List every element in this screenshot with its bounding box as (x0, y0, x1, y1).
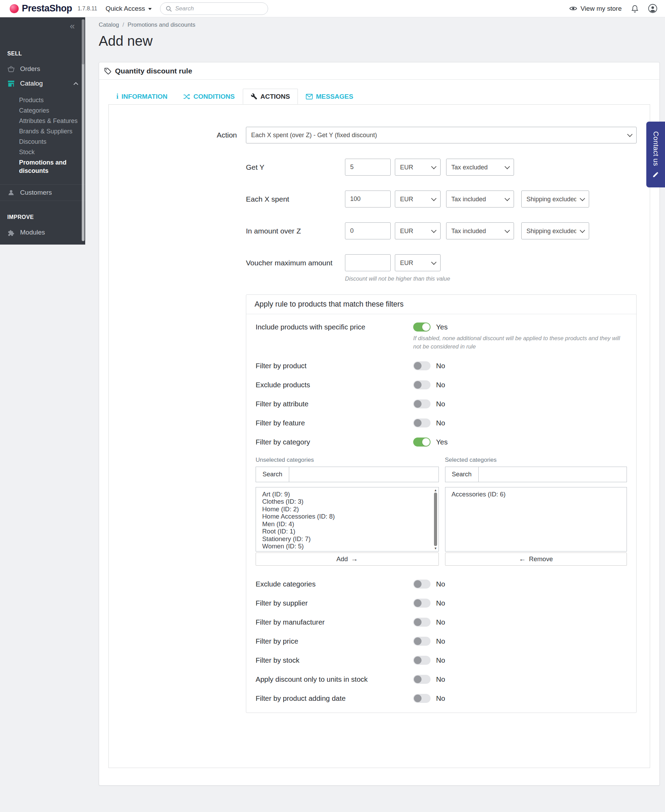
sidebar-item-catalog[interactable]: Catalog (0, 76, 85, 91)
toggle-filter-by-feature[interactable] (413, 418, 431, 428)
tab-information[interactable]: i INFORMATION (108, 89, 175, 104)
over-z-label: In amount over Z (246, 227, 345, 235)
category-option[interactable]: Accessories (ID: 6) (452, 490, 618, 498)
account-icon[interactable] (648, 4, 657, 13)
toggle-filter-by-price[interactable] (413, 637, 431, 646)
selected-categories-items: Accessories (ID: 6) (452, 490, 618, 498)
view-my-store[interactable]: View my store (569, 5, 622, 13)
voucher-max-amount-input[interactable] (345, 254, 391, 271)
over-z-amount-input[interactable] (345, 222, 391, 239)
category-option[interactable]: Women (ID: 5) (262, 543, 429, 550)
toggle-filter-by-category[interactable] (413, 438, 431, 446)
tab-actions[interactable]: ACTIONS (243, 89, 298, 104)
list-scrollbar-thumb[interactable] (434, 493, 437, 546)
sidebar-item-products[interactable]: Products (19, 95, 83, 105)
category-option[interactable]: Art (ID: 9) (262, 490, 429, 498)
voucher-max-currency-select[interactable]: EUR (395, 254, 441, 271)
version-label: 1.7.8.11 (78, 5, 97, 12)
prestashop-logo[interactable]: PrestaShop (10, 3, 72, 14)
unselected-categories-items: Art (ID: 9) Clothes (ID: 3) Home (ID: 2)… (262, 490, 429, 550)
sidebar-item-promotions-and-discounts[interactable]: Promotions and discounts (19, 157, 83, 176)
voucher-max-row: Voucher maximum amount EUR (246, 254, 637, 271)
tab-messages[interactable]: MESSAGES (298, 89, 361, 104)
list-scrollbar[interactable]: ▲ ▼ (433, 488, 438, 551)
actions-tab-content: Action Each X spent (over Z) - Get Y (fi… (108, 104, 650, 768)
unselected-categories-list[interactable]: Art (ID: 9) Clothes (ID: 3) Home (ID: 2)… (256, 487, 439, 551)
sidebar-scrollbar-thumb[interactable] (82, 20, 85, 64)
get-y-tax-select[interactable]: Tax excluded (446, 159, 514, 176)
sidebar-item-attributes-features[interactable]: Attributes & Features (19, 116, 83, 126)
eye-icon (569, 6, 577, 11)
tag-icon (104, 67, 111, 74)
sidebar-item-orders[interactable]: Orders (0, 62, 85, 76)
breadcrumb: Catalog / Promotions and discounts (99, 21, 665, 28)
each-x-amount-input[interactable] (345, 190, 391, 208)
action-select[interactable]: Each X spent (over Z) - Get Y (fixed dis… (246, 127, 637, 143)
over-z-tax-select[interactable]: Tax included (446, 222, 514, 239)
remove-category-button[interactable]: ← Remove (445, 553, 627, 566)
selected-categories-list[interactable]: Accessories (ID: 6) (445, 487, 627, 551)
tab-label: CONDITIONS (193, 93, 234, 100)
category-option[interactable]: Root (ID: 1) (262, 528, 429, 535)
scroll-up-icon[interactable]: ▲ (434, 489, 437, 492)
each-x-currency-select[interactable]: EUR (395, 190, 441, 208)
breadcrumb-catalog[interactable]: Catalog (99, 21, 119, 28)
toggle-discount-only-units-in-stock[interactable] (413, 675, 431, 684)
unselected-categories-column: Unselected categories Search Art (ID: 9) (256, 456, 439, 566)
unselected-categories-search-input[interactable] (289, 467, 438, 482)
sidebar-item-modules[interactable]: Modules (0, 225, 85, 240)
selected-categories-search-input[interactable] (479, 467, 627, 482)
quick-access-menu[interactable]: Quick Access (106, 5, 152, 13)
card-header: Quantity discount rule (99, 62, 660, 80)
filters-panel-body: Include products with specific price Yes… (246, 314, 636, 713)
search-input[interactable] (175, 5, 262, 12)
toggle-filter-by-product-adding-date[interactable] (413, 694, 431, 703)
contact-us-tab[interactable]: Contact us (646, 121, 665, 187)
tab-label: MESSAGES (316, 93, 353, 100)
toggle-filter-by-stock[interactable] (413, 656, 431, 665)
chevron-up-icon (74, 82, 78, 85)
sidebar-item-categories[interactable]: Categories (19, 105, 83, 116)
category-option[interactable]: Clothes (ID: 3) (262, 498, 429, 505)
toggle-filter-by-product[interactable] (413, 361, 431, 370)
over-z-currency-select[interactable]: EUR (395, 222, 441, 239)
sidebar-item-label: Catalog (20, 80, 43, 87)
get-y-currency-select[interactable]: EUR (395, 159, 441, 176)
notifications-bell-icon[interactable] (631, 5, 638, 13)
toggle-row: Exclude categories No (256, 579, 627, 589)
quick-access-label: Quick Access (106, 5, 145, 13)
each-x-label: Each X spent (246, 195, 345, 203)
scroll-down-icon[interactable]: ▼ (434, 547, 437, 550)
add-category-button[interactable]: Add → (256, 553, 439, 566)
sidebar-scrollbar[interactable] (82, 20, 85, 241)
sidebar-item-brands-suppliers[interactable]: Brands & Suppliers (19, 126, 83, 136)
breadcrumb-current: Promotions and discounts (128, 21, 195, 28)
toggle-row: Include products with specific price Yes (256, 323, 627, 331)
each-x-tax-select[interactable]: Tax included (446, 190, 514, 208)
sidebar-item-discounts[interactable]: Discounts (19, 136, 83, 147)
toggle-filter-by-attribute[interactable] (413, 399, 431, 408)
page-title: Add new (99, 33, 665, 49)
category-option[interactable]: Home Accessories (ID: 8) (262, 513, 429, 520)
get-y-amount-input[interactable] (345, 159, 391, 176)
header-search[interactable] (160, 2, 268, 15)
sidebar-item-stock[interactable]: Stock (19, 147, 83, 157)
category-option[interactable]: Men (ID: 4) (262, 520, 429, 528)
toggle-filter-by-manufacturer[interactable] (413, 618, 431, 627)
toggle-filter-by-supplier[interactable] (413, 599, 431, 608)
toggle-row: Filter by supplier No (256, 599, 627, 608)
add-button-label: Add (336, 555, 348, 563)
pencil-icon (652, 171, 659, 178)
category-option[interactable]: Stationery (ID: 7) (262, 535, 429, 543)
sidebar-section-sell: SELL (0, 31, 85, 62)
over-z-shipping-select[interactable]: Shipping excluded (521, 222, 589, 239)
toggle-exclude-products[interactable] (413, 381, 431, 389)
toggle-include-specific-price[interactable] (413, 323, 431, 331)
category-option[interactable]: Home (ID: 2) (262, 505, 429, 513)
toggle-exclude-categories[interactable] (413, 579, 431, 589)
tab-conditions[interactable]: CONDITIONS (175, 89, 242, 104)
sidebar-collapse-button[interactable]: « (0, 17, 85, 31)
each-x-shipping-select[interactable]: Shipping excluded (521, 190, 589, 208)
sidebar-item-customers[interactable]: Customers (0, 184, 85, 201)
over-z-row: In amount over Z EUR Tax included Shippi… (246, 222, 637, 239)
